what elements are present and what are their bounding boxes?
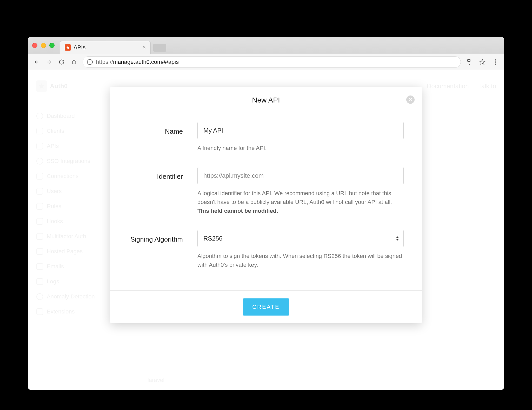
close-icon: [409, 98, 412, 101]
tab-close-icon[interactable]: ×: [142, 44, 146, 51]
home-button[interactable]: [70, 58, 78, 66]
modal-close-button[interactable]: [406, 95, 415, 104]
name-label: Name: [128, 122, 183, 153]
modal-header: New API: [110, 87, 422, 112]
svg-marker-4: [480, 59, 485, 64]
maximize-window-icon[interactable]: [49, 43, 55, 48]
svg-point-6: [495, 61, 496, 63]
modal-title: New API: [121, 96, 411, 104]
bookmark-star-icon[interactable]: [478, 58, 486, 66]
close-window-icon[interactable]: [32, 43, 37, 48]
reload-button[interactable]: [58, 58, 65, 66]
forward-button[interactable]: [45, 58, 53, 66]
svg-rect-1: [468, 59, 470, 62]
browser-toolbar: i https://manage.auth0.com/#/apis: [28, 54, 504, 70]
minimize-window-icon[interactable]: [41, 43, 46, 48]
algorithm-select[interactable]: [197, 230, 404, 247]
form-row-name: Name A friendly name for the API.: [128, 122, 404, 153]
browser-menu-icon[interactable]: [491, 58, 499, 66]
browser-tab[interactable]: APIs ×: [60, 41, 151, 54]
name-input[interactable]: [197, 122, 404, 139]
site-info-icon[interactable]: i: [87, 59, 93, 65]
window-controls: [32, 43, 55, 48]
save-password-icon[interactable]: [466, 58, 473, 66]
form-row-algorithm: Signing Algorithm Algorithm to sign the …: [128, 230, 404, 269]
svg-marker-0: [66, 46, 69, 49]
svg-point-7: [495, 63, 496, 65]
identifier-help: A logical identifier for this API. We re…: [197, 189, 404, 215]
address-bar[interactable]: i https://manage.auth0.com/#/apis: [83, 56, 461, 68]
algorithm-help: Algorithm to sign the tokens with. When …: [197, 252, 404, 269]
url-text: https://manage.auth0.com/#/apis: [96, 59, 179, 65]
tab-title: APIs: [74, 44, 140, 51]
back-button[interactable]: [33, 58, 41, 66]
browser-window: APIs × i https://manage.auth0.com/#/apis: [28, 37, 504, 390]
tab-bar: APIs ×: [28, 37, 504, 54]
modal-footer: CREATE: [110, 290, 422, 323]
identifier-label: Identifier: [128, 167, 183, 215]
svg-point-5: [495, 59, 496, 60]
new-tab-button[interactable]: [153, 44, 166, 52]
new-api-modal: New API Name A friendly name for the API…: [110, 87, 422, 323]
name-help: A friendly name for the API.: [197, 144, 404, 153]
identifier-input[interactable]: [197, 167, 404, 184]
form-row-identifier: Identifier A logical identifier for this…: [128, 167, 404, 215]
algorithm-label: Signing Algorithm: [128, 230, 183, 269]
create-button[interactable]: CREATE: [243, 298, 289, 316]
page-content: Auth0 Documentation Talk to Dashboard Cl…: [28, 70, 504, 390]
auth0-favicon-icon: [65, 44, 71, 51]
